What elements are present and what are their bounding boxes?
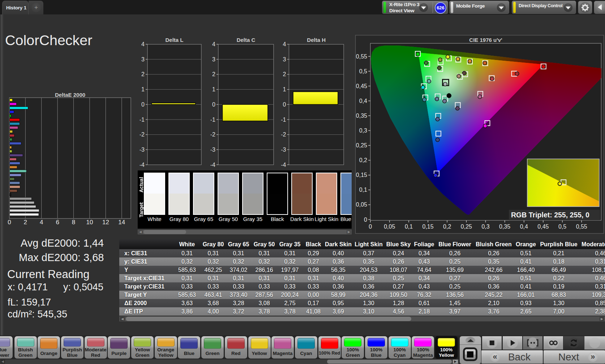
svg-text:Delta C: Delta C [237,37,256,43]
svg-text:0,55: 0,55 [356,53,367,60]
svg-text:-4: -4 [210,162,215,168]
svg-text:0: 0 [364,217,367,223]
svg-text:0,05: 0,05 [356,202,367,208]
svg-text:0,1: 0,1 [405,224,413,230]
svg-text:0,2: 0,2 [443,224,451,230]
svg-text:DeltaE 2000: DeltaE 2000 [55,92,85,98]
svg-text:0: 0 [212,101,215,108]
svg-text:3: 3 [283,56,286,62]
svg-text:14: 14 [118,219,125,226]
svg-text:4: 4 [141,41,145,47]
svg-text:-4: -4 [281,162,286,168]
svg-text:0: 0 [141,101,145,108]
svg-text:1: 1 [283,86,286,92]
svg-text:0,15: 0,15 [356,172,367,178]
svg-text:0,4: 0,4 [520,224,528,230]
svg-text:2: 2 [141,71,145,77]
svg-text:-2: -2 [140,131,145,138]
svg-text:0,35: 0,35 [499,224,510,230]
svg-text:-1: -1 [281,117,286,123]
svg-text:0,3: 0,3 [359,127,367,134]
svg-text:-3: -3 [210,147,215,153]
svg-text:-2: -2 [281,131,286,138]
svg-text:2: 2 [24,219,27,226]
svg-text:0: 0 [8,219,11,226]
svg-text:0: 0 [369,224,372,230]
svg-text:0,5: 0,5 [359,68,367,74]
svg-text:-3: -3 [281,147,286,153]
svg-text:2: 2 [283,71,286,77]
svg-text:Delta L: Delta L [165,37,183,43]
svg-text:0: 0 [283,101,286,108]
svg-text:-3: -3 [140,147,145,153]
svg-text:RGB Triplet: 255, 255, 0: RGB Triplet: 255, 255, 0 [511,211,589,219]
svg-text:4: 4 [283,41,286,47]
svg-text:0,5: 0,5 [558,224,566,230]
svg-text:0,35: 0,35 [356,113,367,119]
svg-text:2: 2 [212,71,215,77]
svg-text:4: 4 [212,41,215,47]
svg-text:0,45: 0,45 [356,83,367,89]
svg-text:0,55: 0,55 [576,224,587,230]
svg-text:0,4: 0,4 [359,98,367,104]
svg-text:0,3: 0,3 [481,224,489,230]
svg-text:CIE 1976 u'v': CIE 1976 u'v' [469,37,502,43]
svg-text:-4: -4 [140,162,145,168]
svg-text:4: 4 [40,219,43,226]
svg-text:3: 3 [141,56,145,62]
svg-text:0,25: 0,25 [356,142,367,148]
svg-text:6: 6 [56,219,59,226]
svg-text:0,2: 0,2 [359,157,367,163]
svg-text:1: 1 [212,86,215,92]
svg-text:0,25: 0,25 [461,224,472,230]
svg-text:10: 10 [86,219,93,226]
svg-text:0,1: 0,1 [359,187,367,193]
svg-text:0,05: 0,05 [384,224,395,230]
svg-text:-2: -2 [210,131,215,138]
svg-text:0,45: 0,45 [537,224,549,230]
svg-text:8: 8 [72,219,75,226]
svg-text:Delta H: Delta H [307,37,326,43]
svg-text:12: 12 [102,219,109,226]
svg-text:3: 3 [212,56,215,62]
svg-text:0,15: 0,15 [422,224,434,230]
svg-text:-1: -1 [140,117,145,123]
svg-text:1: 1 [141,86,145,92]
svg-text:-1: -1 [210,117,215,123]
